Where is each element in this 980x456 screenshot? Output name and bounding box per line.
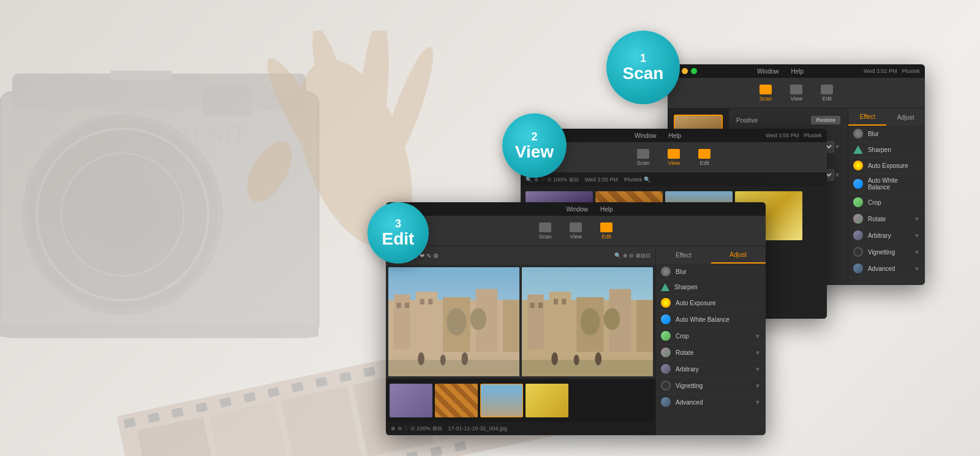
edit-menu-help[interactable]: Help [600,206,613,213]
edit-vignetting-arrow: ▼ [755,382,761,389]
svg-point-76 [461,352,468,365]
strip-thumb-flower[interactable] [526,384,568,417]
menu-help[interactable]: Help [791,68,804,75]
wb-label: Auto White Balance [868,177,920,191]
edit-menu-window[interactable]: Window [566,206,588,213]
adjust-tab[interactable]: Adjust [886,108,925,126]
adjust-panel-tab[interactable]: Adjust [711,246,766,264]
edit-view-btn[interactable]: View [570,222,582,240]
effect-tab[interactable]: Effect [848,108,887,126]
svg-point-75 [440,354,446,365]
edit-titlebar: Window Help [386,202,766,216]
edit-arbitrary-item[interactable]: Arbitrary ▼ [656,361,766,378]
sharpen-label: Sharpen [868,146,920,153]
strip-thumb-checker[interactable] [435,384,478,417]
scan-titlebar: Window Help Wed 3:52 PM Plustek [668,64,925,78]
auto-exposure-item[interactable]: Auto Exposure [848,158,925,174]
edit-sharpen-item[interactable]: Sharpen [656,280,766,295]
view-status-app: Plustek [804,132,822,139]
edit-rotate-item[interactable]: Rotate ▼ [656,344,766,361]
strip-thumb-building[interactable] [480,384,523,417]
view-edit-btn[interactable]: Edit [698,149,710,166]
view-titlebar: Window Help Wed 3:55 PM Plustek [521,129,827,142]
edit-wb-label: Auto White Balance [676,316,761,323]
view-menu-window[interactable]: Window [635,132,657,139]
svg-point-71 [447,308,466,336]
edit-content: Flickr ⇪ ❤ ✎ ⚙ 🔍 ⊕ ⊖ ⊞⊟⊡ [386,246,766,435]
svg-rect-70 [428,299,432,305]
edit-exposure-item[interactable]: Auto Exposure [656,295,766,311]
zoom-controls[interactable]: 🔍 ⊕ ⊖ ⊞⊟⊡ [614,253,650,259]
edit-subtoolbar: Flickr ⇪ ❤ ✎ ⚙ 🔍 ⊕ ⊖ ⊞⊟⊡ [386,246,655,265]
advanced-item[interactable]: Advanced ▼ [848,260,925,277]
wb-icon [853,179,863,189]
edit-bubble-label: Edit [382,230,415,248]
arbitrary-arrow: ▼ [914,232,920,239]
edit-vignetting-item[interactable]: Vignetting ▼ [656,378,766,394]
edit-rotate-arrow: ▼ [755,349,761,356]
edit-crop-icon [661,331,671,341]
svg-rect-63 [416,292,438,352]
scan-header-row: Positive Restore [736,116,840,124]
edit-images-area [386,265,655,379]
crop-label: Crop [868,199,920,206]
rotate-item[interactable]: Rotate ▼ [848,211,925,227]
edit-blur-label: Blur [676,268,761,275]
view-menu-help[interactable]: Help [669,132,682,139]
edit-advanced-item[interactable]: Advanced ▼ [656,394,766,411]
maximize-dot[interactable] [691,68,697,74]
svg-rect-80 [549,292,571,352]
edit-edit-btn[interactable]: Edit [600,222,612,240]
blur-item[interactable]: Blur [848,126,925,142]
edit-wb-item[interactable]: Auto White Balance [656,311,766,328]
menu-window[interactable]: Window [757,68,779,75]
view-scan-icon [637,149,649,159]
svg-rect-86 [554,299,558,305]
arbitrary-item[interactable]: Arbitrary ▼ [848,227,925,244]
minimize-dot[interactable] [682,68,688,74]
restore-button[interactable]: Restore [811,116,840,124]
svg-rect-85 [538,303,543,308]
view-toolbar: Scan View Edit [521,142,827,173]
svg-rect-7 [110,70,172,80]
strip-thumb-purple[interactable] [390,384,432,417]
crop-item[interactable]: Crop [848,194,925,211]
edit-bubble: 3 Edit [368,202,429,264]
edit-toolbar: Scan View Edit [386,216,766,246]
edit-toolbar-btn[interactable]: Edit [821,85,833,102]
scan-toolbar-btn[interactable]: Scan [760,85,772,102]
edit-exposure-label: Auto Exposure [676,300,761,306]
edit-advanced-label: Advanced [676,399,750,406]
svg-rect-90 [522,360,653,376]
scan-icon [760,85,772,94]
edit-filmstrip [386,379,655,422]
blur-icon [853,129,863,139]
advanced-label: Advanced [868,265,909,272]
rotate-icon [853,214,863,224]
sharpen-item[interactable]: Sharpen [848,142,925,158]
view-bubble: 2 View [502,113,567,178]
svg-point-74 [418,352,424,365]
view-time: Wed 3:55 PM [585,177,618,183]
view-scan-btn[interactable]: Scan [637,149,650,166]
advanced-arrow: ▼ [914,265,920,272]
edit-crop-item[interactable]: Crop ▼ [656,328,766,344]
edit-scan-btn[interactable]: Scan [539,222,552,240]
edit-blur-item[interactable]: Blur [656,264,766,280]
svg-rect-66 [503,300,519,352]
svg-point-92 [574,354,579,365]
edit-crop-arrow: ▼ [755,333,761,340]
effect-panel-tab[interactable]: Effect [656,246,711,264]
svg-rect-67 [397,303,401,308]
edit-rotate-label: Rotate [676,349,750,356]
vignetting-item[interactable]: Vignetting ▼ [848,244,925,260]
edit-vignetting-label: Vignetting [676,382,750,389]
auto-wb-item[interactable]: Auto White Balance [848,174,925,194]
edit-wb-icon [661,314,671,324]
view-view-btn[interactable]: View [668,149,680,166]
edit-arbitrary-label: Arbitrary [676,366,750,373]
svg-rect-68 [405,303,409,308]
status-app: Plustek [902,68,920,74]
view-toolbar-btn[interactable]: View [790,85,802,102]
blur-label: Blur [868,131,920,137]
